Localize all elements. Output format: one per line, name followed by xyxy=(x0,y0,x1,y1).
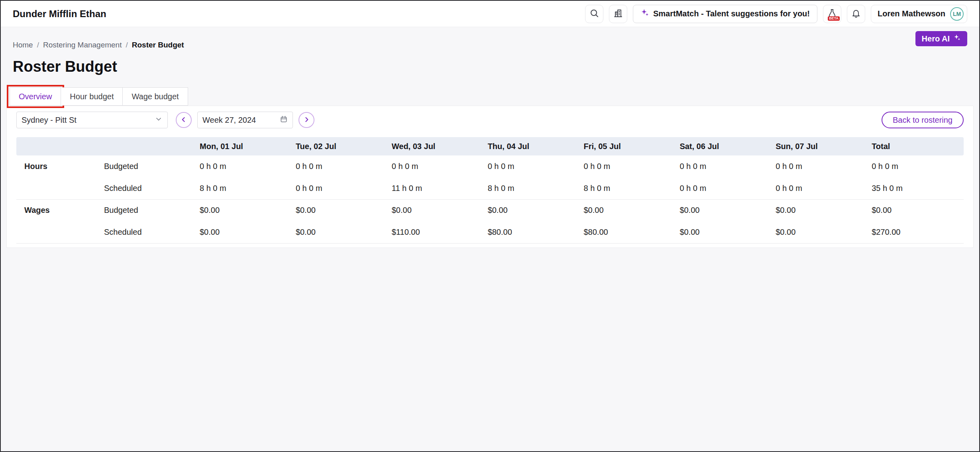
breadcrumb-separator: / xyxy=(37,41,39,49)
value-cell: 35 h 0 m xyxy=(868,177,964,199)
column-header: Mon, 01 Jul xyxy=(196,137,292,155)
value-cell: $0.00 xyxy=(676,221,772,243)
column-header: Tue, 02 Jul xyxy=(292,137,388,155)
building-icon xyxy=(613,8,623,19)
value-cell: 0 h 0 m xyxy=(292,177,388,199)
value-cell: 8 h 0 m xyxy=(580,177,676,199)
value-cell: 0 h 0 m xyxy=(676,155,772,177)
value-cell: $0.00 xyxy=(292,199,388,221)
row-sub-label: Budgeted xyxy=(100,155,196,177)
value-cell: $0.00 xyxy=(580,199,676,221)
row-group-label: Hours xyxy=(16,155,100,177)
budget-table: Mon, 01 JulTue, 02 JulWed, 03 JulThu, 04… xyxy=(16,137,964,244)
value-cell: $110.00 xyxy=(388,221,484,243)
table-row: Scheduled8 h 0 m0 h 0 m11 h 0 m8 h 0 m8 … xyxy=(16,177,964,199)
row-group-label xyxy=(16,177,100,199)
column-header xyxy=(16,137,100,155)
page: Dunder Mifflin Ethan xyxy=(0,0,980,452)
brand-title: Dunder Mifflin Ethan xyxy=(13,8,106,20)
beta-labs-button[interactable]: BETA xyxy=(823,5,841,23)
value-cell: $0.00 xyxy=(868,199,964,221)
value-cell: $0.00 xyxy=(292,221,388,243)
tab-overview-label: Overview xyxy=(19,92,52,101)
chevron-left-icon xyxy=(180,116,188,125)
column-header: Thu, 04 Jul xyxy=(484,137,580,155)
smartmatch-label: SmartMatch - Talent suggestions for you! xyxy=(653,9,810,18)
table-body: HoursBudgeted0 h 0 m0 h 0 m0 h 0 m0 h 0 … xyxy=(16,155,964,243)
value-cell: 0 h 0 m xyxy=(292,155,388,177)
row-group-label xyxy=(16,221,100,243)
value-cell: 0 h 0 m xyxy=(580,155,676,177)
column-header: Fri, 05 Jul xyxy=(580,137,676,155)
user-name: Loren Mathewson xyxy=(878,9,945,18)
value-cell: 8 h 0 m xyxy=(196,177,292,199)
topbar: Dunder Mifflin Ethan xyxy=(1,1,979,27)
company-button[interactable] xyxy=(609,5,627,23)
tab-bar: Overview Hour budget Wage budget xyxy=(10,87,970,106)
breadcrumb-current: Roster Budget xyxy=(132,41,184,49)
breadcrumb: Home / Rostering Management / Roster Bud… xyxy=(13,41,967,49)
value-cell: $0.00 xyxy=(196,199,292,221)
value-cell: $0.00 xyxy=(676,199,772,221)
avatar: LM xyxy=(950,7,964,21)
tab-hour-budget[interactable]: Hour budget xyxy=(61,87,123,106)
hero-ai-label: Hero AI xyxy=(922,34,950,43)
back-to-rostering-button[interactable]: Back to rostering xyxy=(882,112,964,128)
controls-row: Sydney - Pitt St Week 27, 2024 xyxy=(16,112,964,128)
search-button[interactable] xyxy=(585,5,603,23)
table-head-row: Mon, 01 JulTue, 02 JulWed, 03 JulThu, 04… xyxy=(16,137,964,155)
value-cell: 11 h 0 m xyxy=(388,177,484,199)
bell-icon xyxy=(851,8,861,19)
table-row: Scheduled$0.00$0.00$110.00$80.00$80.00$0… xyxy=(16,221,964,243)
value-cell: $0.00 xyxy=(772,199,868,221)
hero-ai-sparkle-icon xyxy=(953,34,961,43)
value-cell: $0.00 xyxy=(388,199,484,221)
page-title: Roster Budget xyxy=(13,58,967,75)
table-row: HoursBudgeted0 h 0 m0 h 0 m0 h 0 m0 h 0 … xyxy=(16,155,964,177)
value-cell: 0 h 0 m xyxy=(484,155,580,177)
value-cell: 8 h 0 m xyxy=(484,177,580,199)
value-cell: 0 h 0 m xyxy=(868,155,964,177)
location-select[interactable]: Sydney - Pitt St xyxy=(16,112,168,128)
calendar-icon xyxy=(280,115,288,125)
row-sub-label: Scheduled xyxy=(100,177,196,199)
value-cell: $0.00 xyxy=(196,221,292,243)
topbar-actions: SmartMatch - Talent suggestions for you!… xyxy=(585,5,967,23)
breadcrumb-home[interactable]: Home xyxy=(13,41,33,49)
value-cell: 0 h 0 m xyxy=(196,155,292,177)
value-cell: 0 h 0 m xyxy=(772,177,868,199)
smartmatch-button[interactable]: SmartMatch - Talent suggestions for you! xyxy=(633,5,817,23)
value-cell: $270.00 xyxy=(868,221,964,243)
week-picker-value: Week 27, 2024 xyxy=(202,116,256,125)
row-sub-label: Budgeted xyxy=(100,199,196,221)
prev-week-button[interactable] xyxy=(176,112,192,128)
column-header: Sun, 07 Jul xyxy=(772,137,868,155)
value-cell: 0 h 0 m xyxy=(388,155,484,177)
search-icon xyxy=(589,8,599,19)
value-cell: 0 h 0 m xyxy=(676,177,772,199)
user-menu[interactable]: Loren Mathewson LM xyxy=(871,5,967,23)
hero-ai-button[interactable]: Hero AI xyxy=(915,31,967,46)
column-header: Sat, 06 Jul xyxy=(676,137,772,155)
tab-wage-budget-label: Wage budget xyxy=(132,92,179,101)
row-group-label: Wages xyxy=(16,199,100,221)
breadcrumb-separator: / xyxy=(126,41,128,49)
notifications-button[interactable] xyxy=(847,5,865,23)
value-cell: $0.00 xyxy=(772,221,868,243)
row-sub-label: Scheduled xyxy=(100,221,196,243)
value-cell: $80.00 xyxy=(580,221,676,243)
breadcrumb-rostering-management[interactable]: Rostering Management xyxy=(43,41,122,49)
column-header: Total xyxy=(868,137,964,155)
sparkle-icon xyxy=(640,8,649,19)
value-cell: 0 h 0 m xyxy=(772,155,868,177)
value-cell: $0.00 xyxy=(484,199,580,221)
beta-badge: BETA xyxy=(828,16,840,21)
chevron-down-icon xyxy=(155,115,163,125)
tab-overview[interactable]: Overview xyxy=(10,87,61,106)
next-week-button[interactable] xyxy=(299,112,314,128)
location-select-value: Sydney - Pitt St xyxy=(22,116,77,125)
week-picker[interactable]: Week 27, 2024 xyxy=(197,112,293,128)
roster-budget-card: Sydney - Pitt St Week 27, 2024 xyxy=(6,106,974,248)
table-row: WagesBudgeted$0.00$0.00$0.00$0.00$0.00$0… xyxy=(16,199,964,221)
tab-wage-budget[interactable]: Wage budget xyxy=(122,87,188,106)
